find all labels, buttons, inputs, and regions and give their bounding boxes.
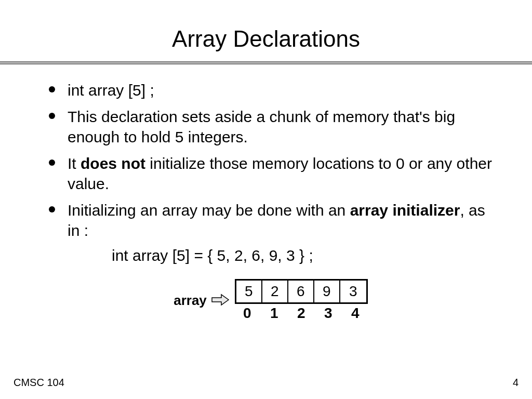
footer-right: 4 (513, 377, 518, 389)
bullet-4-pre: Initializing an array may be done with a… (68, 202, 350, 219)
cells-wrap: 5 2 6 9 3 0 1 2 3 4 (234, 279, 369, 322)
bullet-4-bold: array initializer (350, 202, 460, 219)
arrow-icon (211, 294, 230, 306)
index-3: 3 (315, 305, 342, 322)
cell-4: 3 (340, 281, 366, 302)
bullet-list: int array [5] ; This declaration sets as… (68, 80, 496, 241)
bullet-3: It does not initialize those memory loca… (68, 153, 496, 194)
code-example: int array [5] = { 5, 2, 6, 9, 3 } ; (112, 247, 496, 264)
bullet-2: This declaration sets aside a chunk of m… (68, 107, 496, 147)
content-area: int array [5] ; This declaration sets as… (0, 64, 532, 322)
footer-left: CMSC 104 (14, 377, 64, 389)
bullet-4: Initializing an array may be done with a… (68, 200, 496, 241)
cell-2: 6 (288, 281, 314, 302)
array-label: array (174, 292, 207, 309)
index-4: 4 (342, 305, 369, 322)
cell-0: 5 (236, 281, 262, 302)
footer: CMSC 104 4 (0, 377, 532, 389)
slide-title: Array Declarations (0, 0, 532, 61)
cells-row: 5 2 6 9 3 (235, 279, 368, 304)
indices-row: 0 1 2 3 4 (234, 305, 369, 322)
bullet-3-pre: It (68, 155, 81, 172)
cell-1: 2 (262, 281, 288, 302)
array-diagram: array 5 2 6 9 3 0 1 2 3 4 (47, 279, 496, 322)
cell-3: 9 (314, 281, 340, 302)
bullet-3-bold: does not (81, 155, 145, 172)
bullet-1: int array [5] ; (68, 80, 496, 100)
index-0: 0 (234, 305, 261, 322)
index-1: 1 (261, 305, 288, 322)
index-2: 2 (288, 305, 315, 322)
